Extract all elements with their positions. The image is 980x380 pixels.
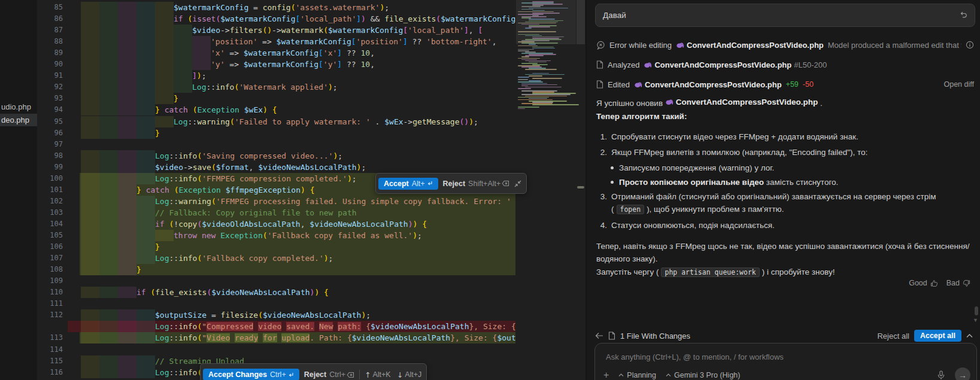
reject-button[interactable]: Reject Shift+Alt+ — [443, 180, 510, 188]
added-code-line[interactable]: 108} — [37, 264, 515, 275]
code-line[interactable]: 96} — [37, 127, 515, 139]
added-code-line[interactable]: 106} — [37, 241, 515, 253]
model-selector[interactable]: Gemini 3 Pro (High) — [666, 371, 740, 379]
file-icon — [596, 80, 603, 89]
chat-input[interactable] — [605, 350, 967, 363]
code-line[interactable]: 91]); — [37, 70, 515, 81]
chat-scroll-down-icon[interactable]: ▼ — [973, 317, 978, 323]
code-line[interactable]: 98Log::info('Saving compressed video...'… — [37, 150, 515, 162]
accept-all-button[interactable]: Accept all — [914, 330, 961, 342]
files-with-changes-label: 1 File With Changes — [620, 332, 690, 341]
restore-checkpoint-icon[interactable] — [959, 11, 967, 20]
list-item: 1.Спробувати стиснути відео через FFMpeg… — [596, 130, 972, 143]
line-number: 104 — [37, 218, 63, 230]
add-context-button[interactable]: + — [603, 370, 609, 380]
code-line[interactable]: 85$watermarkConfig = config('assets.wate… — [37, 2, 515, 13]
file-chip[interactable]: ConvertAndCompressPostVideo.php — [634, 80, 782, 89]
line-number: 92 — [37, 81, 63, 93]
cursor-ide-window: udio.php deo.php 85$watermarkConfig = co… — [0, 0, 980, 380]
minimap-slider[interactable] — [516, 0, 576, 44]
php-file-icon — [634, 81, 642, 89]
event-row-analyzed[interactable]: AnalyzedConvertAndCompressPostVideo.php#… — [596, 58, 974, 71]
backspace-key-icon — [502, 180, 509, 187]
feedback-good-button[interactable]: Good — [909, 279, 938, 287]
ai-chat-panel: Давай Error while editingConvertAndCompr… — [587, 0, 980, 380]
code-line[interactable]: 110if (file_exists($videoNewAbsLocalPath… — [37, 287, 515, 298]
reject-all-button[interactable]: Reject all — [877, 332, 909, 341]
code-line[interactable]: 93} — [37, 93, 515, 104]
prev-change-button[interactable]: ↑Alt+K — [365, 370, 391, 379]
line-number: 110 — [37, 287, 63, 298]
accept-button[interactable]: Accept Alt+ — [378, 178, 438, 190]
line-number: 103 — [37, 207, 63, 218]
reject-changes-button[interactable]: Reject Ctrl+ — [304, 370, 354, 379]
file-chip[interactable]: ConvertAndCompressPostVideo.php#L50-200 — [644, 60, 827, 69]
code-line[interactable]: 109 — [37, 275, 515, 287]
send-button[interactable]: → — [955, 367, 970, 380]
code-line[interactable]: 111 — [37, 298, 515, 309]
file-chip[interactable]: ConvertAndCompressPostVideo.php — [676, 41, 824, 50]
file-chip[interactable]: ConvertAndCompressPostVideo.php — [665, 96, 818, 108]
line-number: 109 — [37, 275, 63, 287]
bottom-diff-widget: Accept Changes Ctrl+ Reject Ctrl+ ↑Alt+K… — [200, 363, 427, 380]
line-number: 101 — [37, 184, 63, 196]
accept-changes-button[interactable]: Accept Changes Ctrl+ — [203, 369, 299, 380]
event-row-edited[interactable]: EditedConvertAndCompressPostVideo.php+59… — [596, 78, 974, 91]
added-code-line[interactable]: 103// Fallback: Copy original file to ne… — [37, 207, 515, 218]
paragraph: Тепер, навіть якщо з FFMpeg щось не так,… — [596, 240, 972, 265]
code-line[interactable]: 87$video->filters()->watermark($watermar… — [37, 25, 515, 36]
minimap-line — [525, 96, 567, 97]
minimap-line — [521, 56, 529, 57]
code-line[interactable]: 86if (isset($watermarkConfig['local_path… — [37, 13, 515, 25]
open-diff-button[interactable]: Open diff — [943, 80, 974, 89]
code-line[interactable]: 95Log::warning('Failed to apply watermar… — [37, 116, 515, 127]
minimap-line — [518, 81, 543, 83]
microphone-icon[interactable] — [937, 370, 945, 380]
minimap-line — [521, 83, 547, 84]
inline-code: php artisan queue:work — [661, 267, 759, 277]
widget-separator — [359, 370, 360, 379]
code-line[interactable]: 114 — [37, 344, 515, 355]
line-number: 87 — [37, 25, 63, 36]
explorer-item-audio-php[interactable]: udio.php — [0, 101, 38, 113]
code-line[interactable]: 112$outputSize = filesize($videoNewAbsLo… — [37, 309, 515, 321]
info-icon-button[interactable] — [966, 41, 974, 49]
minimap-line — [518, 88, 531, 89]
explorer-item-video-php[interactable]: deo.php — [0, 114, 38, 126]
code-line[interactable]: 99$video->save($format, $videoNewAbsLoca… — [37, 162, 515, 173]
code-line[interactable]: 92Log::info('Watermark applied'); — [37, 81, 515, 93]
line-number: 99 — [37, 162, 63, 173]
code-line[interactable]: 94} catch (Exception $wEx) { — [37, 104, 515, 115]
feedback-bad-button[interactable]: Bad — [946, 279, 970, 287]
added-code-line[interactable]: 102Log::warning('FFMPEG processing faile… — [37, 196, 515, 207]
error-bubble-icon — [596, 41, 605, 50]
scrollbar-thumb[interactable] — [577, 0, 585, 44]
code-line[interactable]: 88'position' => $watermarkConfig['positi… — [37, 36, 515, 47]
added-code-line[interactable]: 113Log::info("Video ready for upload. Pa… — [37, 332, 515, 343]
enter-key-icon — [426, 180, 433, 187]
line-number: 89 — [37, 47, 63, 59]
line-number: 97 — [37, 139, 63, 150]
line-number: 102 — [37, 196, 63, 207]
code-line[interactable]: 89'x' => $watermarkConfig['x'] ?? 10, — [37, 47, 515, 59]
collapse-widget-icon[interactable] — [514, 180, 521, 187]
minimap-line — [518, 79, 528, 80]
collapse-review-icon[interactable] — [966, 334, 973, 338]
minimap-line — [518, 77, 529, 78]
user-message-bubble[interactable]: Давай — [595, 4, 975, 27]
next-change-button[interactable]: ↓Alt+J — [397, 370, 422, 379]
php-file-icon — [676, 41, 684, 49]
event-row-error-while-editing[interactable]: Error while editingConvertAndCompressPos… — [596, 38, 974, 51]
chat-scrollbar-thumb[interactable] — [975, 306, 978, 315]
code-line[interactable]: 90'y' => $watermarkConfig['y'] ?? 10, — [37, 59, 515, 70]
line-number: 88 — [37, 36, 63, 47]
editor-scrollbar[interactable] — [576, 0, 585, 380]
code-line[interactable]: 97 — [37, 139, 515, 150]
line-number: 113 — [37, 332, 63, 343]
added-code-line[interactable]: 107Log::info('Fallback copy completed.')… — [37, 253, 515, 264]
added-code-line[interactable]: 105throw new Exception('Fallback copy fa… — [37, 230, 515, 241]
deleted-code-line[interactable]: Log::info("Compressed video saved. New p… — [37, 321, 515, 332]
back-icon[interactable] — [595, 332, 603, 339]
added-code-line[interactable]: 104if (!copy($videoOldAbsLocalPath, $vid… — [37, 218, 515, 230]
mode-selector[interactable]: Planning — [618, 371, 656, 379]
